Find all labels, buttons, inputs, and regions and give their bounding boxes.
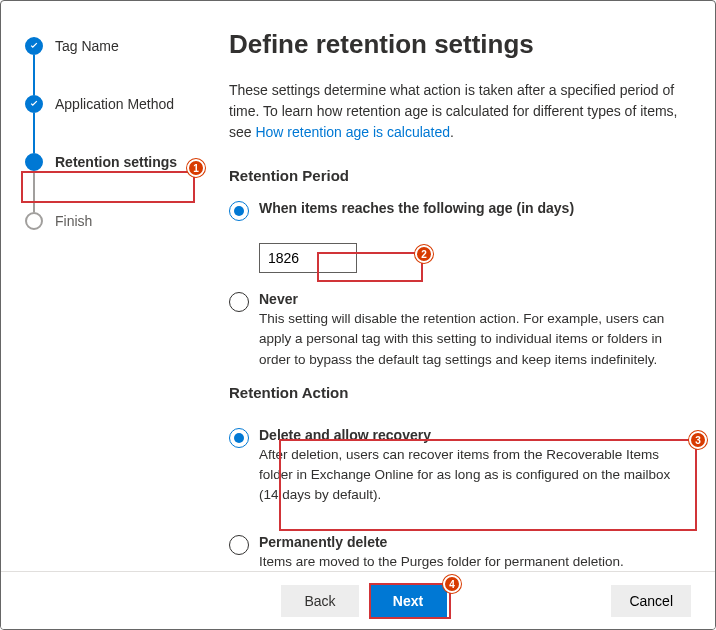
main-panel: Define retention settings These settings… xyxy=(223,1,715,571)
check-icon xyxy=(25,95,43,113)
option-delete-allow-recovery[interactable]: Delete and allow recovery After deletion… xyxy=(229,427,677,506)
never-label: Never xyxy=(259,291,685,307)
option-permanently-delete[interactable]: Permanently delete Items are moved to th… xyxy=(229,534,685,572)
step-retention-settings[interactable]: Retention settings xyxy=(25,153,223,211)
delete-recover-label: Delete and allow recovery xyxy=(259,427,677,443)
option-never[interactable]: Never This setting will disable the rete… xyxy=(229,291,685,370)
cancel-button[interactable]: Cancel xyxy=(611,585,691,617)
radio-icon[interactable] xyxy=(229,201,249,221)
delete-recover-desc: After deletion, users can recover items … xyxy=(259,445,677,506)
footer-bar: Back Next Cancel xyxy=(1,571,715,629)
page-title: Define retention settings xyxy=(229,29,685,60)
check-icon xyxy=(25,37,43,55)
option-when-age[interactable]: When items reaches the following age (in… xyxy=(229,200,685,221)
never-desc: This setting will disable the retention … xyxy=(259,309,685,370)
radio-icon[interactable] xyxy=(229,428,249,448)
next-button[interactable]: Next xyxy=(369,585,447,617)
radio-icon[interactable] xyxy=(229,535,249,555)
radio-icon[interactable] xyxy=(229,292,249,312)
retention-days-input[interactable] xyxy=(259,243,357,273)
step-label: Retention settings xyxy=(55,153,177,171)
step-label: Application Method xyxy=(55,95,174,113)
step-application-method[interactable]: Application Method xyxy=(25,95,223,153)
intro-text: These settings determine what action is … xyxy=(229,80,685,143)
step-label: Finish xyxy=(55,212,92,230)
wizard-sidebar: Tag Name Application Method Retention se… xyxy=(1,1,223,571)
pending-step-icon xyxy=(25,212,43,230)
when-age-label: When items reaches the following age (in… xyxy=(259,200,685,216)
how-retention-link[interactable]: How retention age is calculated xyxy=(255,124,450,140)
perm-delete-label: Permanently delete xyxy=(259,534,685,550)
perm-delete-desc: Items are moved to the Purges folder for… xyxy=(259,552,685,572)
intro-suffix: . xyxy=(450,124,454,140)
step-tag-name[interactable]: Tag Name xyxy=(25,37,223,95)
retention-action-heading: Retention Action xyxy=(229,384,685,401)
step-finish[interactable]: Finish xyxy=(25,212,223,230)
retention-period-heading: Retention Period xyxy=(229,167,685,184)
back-button[interactable]: Back xyxy=(281,585,359,617)
current-step-icon xyxy=(25,153,43,171)
step-label: Tag Name xyxy=(55,37,119,55)
